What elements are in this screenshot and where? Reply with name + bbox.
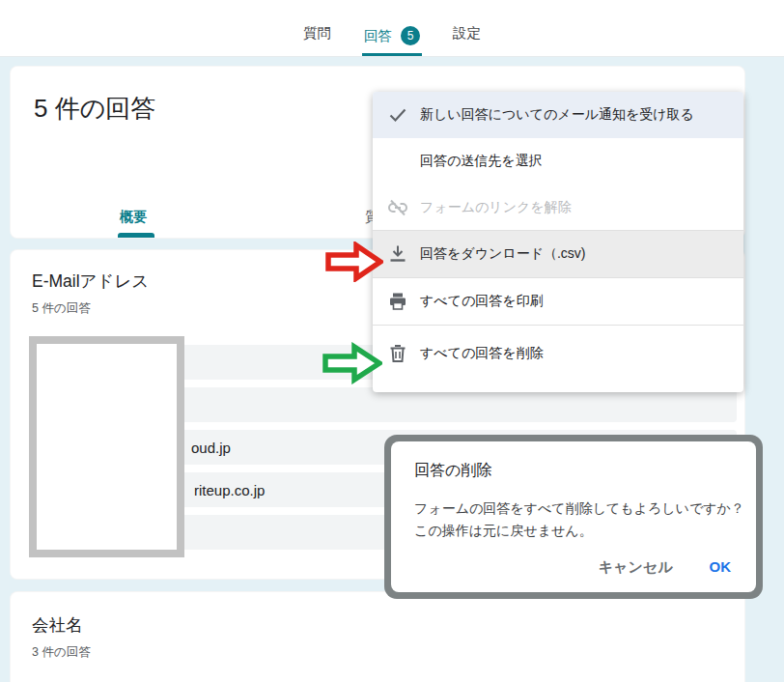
menu-item-delete-all[interactable]: すべての回答を削除	[373, 326, 743, 382]
ok-button[interactable]: OK	[710, 558, 732, 577]
menu-item-label: 新しい回答についてのメール通知を受け取る	[420, 106, 694, 124]
dialog-body-text: フォームの回答をすべて削除してもよろしいですか？この操作は元に戻せません。	[414, 497, 744, 542]
menu-item-label: すべての回答を削除	[420, 345, 544, 362]
trash-icon	[386, 342, 409, 365]
download-icon	[386, 242, 409, 266]
dialog-title: 回答の削除	[414, 461, 491, 481]
red-annotation-arrow	[325, 242, 383, 282]
menu-item-select-destination[interactable]: 回答の送信先を選択	[373, 138, 743, 185]
form-top-tabbar: 質問 回答 5 設定	[0, 0, 784, 57]
delete-dialog-frame: 回答の削除 フォームの回答をすべて削除してもよろしいですか？この操作は元に戻せま…	[384, 435, 763, 599]
responses-options-menu: 新しい回答についてのメール通知を受け取る 回答の送信先を選択 フォームのリンクを…	[373, 92, 743, 392]
tab-questions[interactable]: 質問	[301, 24, 333, 56]
tab-responses-label: 回答	[364, 27, 392, 45]
menu-item-label: フォームのリンクを解除	[420, 199, 572, 216]
company-answer-count: 3 件の回答	[32, 644, 91, 661]
redaction-box	[29, 336, 184, 557]
menu-item-print-all[interactable]: すべての回答を印刷	[373, 278, 743, 325]
unlink-icon	[386, 196, 409, 219]
tab-responses[interactable]: 回答 5	[362, 26, 422, 56]
google-forms-responses-screen: 質問 回答 5 設定 5 件の回答 概要 質問 E-Mailアドレス 5 件の回…	[0, 0, 784, 682]
cancel-button[interactable]: キャンセル	[599, 558, 673, 577]
email-question-title: E-Mailアドレス	[32, 270, 149, 293]
check-icon	[386, 103, 409, 127]
delete-responses-dialog: 回答の削除 フォームの回答をすべて削除してもよろしいですか？この操作は元に戻せま…	[391, 441, 756, 592]
green-annotation-arrow	[322, 342, 382, 384]
menu-item-email-notifications[interactable]: 新しい回答についてのメール通知を受け取る	[373, 92, 743, 138]
responses-title: 5 件の回答	[34, 92, 155, 126]
menu-item-label: すべての回答を印刷	[420, 293, 544, 310]
company-question-title: 会社名	[32, 613, 83, 637]
tab-settings[interactable]: 設定	[451, 24, 483, 56]
menu-item-label: 回答をダウンロード（.csv)	[420, 245, 586, 263]
email-answer-count: 5 件の回答	[32, 300, 91, 317]
print-icon	[386, 290, 409, 313]
menu-item-unlink-form: フォームのリンクを解除	[373, 185, 743, 230]
view-tab-overview[interactable]: 概要	[120, 209, 147, 226]
dialog-actions: キャンセル OK	[599, 558, 731, 577]
responses-count-badge: 5	[401, 26, 420, 45]
company-question-card: 会社名 3 件の回答	[10, 591, 745, 682]
menu-item-label: 回答の送信先を選択	[420, 153, 543, 170]
active-tab-underline	[118, 233, 154, 238]
menu-item-download-csv[interactable]: 回答をダウンロード（.csv)	[373, 231, 743, 277]
